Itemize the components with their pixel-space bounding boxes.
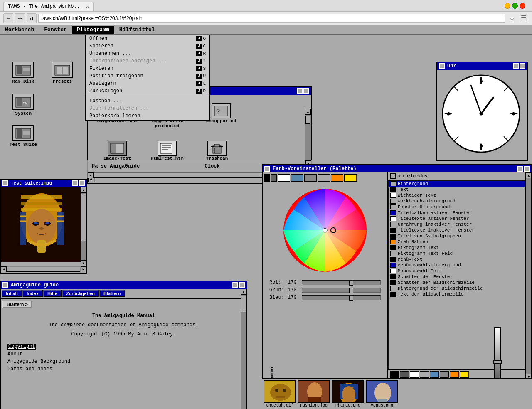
ag-link-paths-text[interactable]: Paths and Nodes <box>7 366 52 372</box>
mode-indicator[interactable] <box>390 173 396 179</box>
clock-depth-btn[interactable] <box>513 63 519 69</box>
btm-swatch-blue[interactable] <box>430 371 439 378</box>
palette-titlebar[interactable]: Farb-Voreinsteller (Palette) <box>263 165 531 172</box>
ag-close-btn[interactable] <box>2 282 8 288</box>
close-btn[interactable] <box>520 3 525 9</box>
minimize-btn[interactable] <box>505 3 510 9</box>
color-schatten-bildschirm[interactable]: Schatten der Bildschirmzeile <box>389 280 525 286</box>
ag-inhalt-btn[interactable]: Inhalt <box>2 290 22 297</box>
color-titel-symbol[interactable]: Titel von Symbolgruppen <box>389 233 525 239</box>
ag-blaettern-nav-btn[interactable]: Blättern > <box>2 301 32 308</box>
menu-workbench[interactable]: Workbench <box>0 26 39 34</box>
desktop-icon-testsuite[interactable]: Test Suite <box>7 125 40 147</box>
tab-close-icon[interactable]: ✕ <box>86 4 89 10</box>
ag-titlebar[interactable]: Amigaguide.guide <box>1 281 246 289</box>
desktop-icon-ramdisk[interactable]: Ram Disk <box>7 62 40 84</box>
color-menu-text[interactable]: Menü-Text <box>389 256 525 262</box>
menu-item-loeschen[interactable]: Löschen ... <box>86 97 209 105</box>
ts-scroll-down[interactable]: ▼ <box>81 260 86 266</box>
fm-scroll-up[interactable]: ▲ <box>305 109 311 115</box>
ag-depth-btn[interactable] <box>232 282 238 288</box>
menu-item-position[interactable]: Position freigeben A U <box>86 72 209 80</box>
clock-zoom-btn[interactable] <box>520 63 525 69</box>
swatch-black[interactable] <box>264 174 270 182</box>
ts-zoom-btn[interactable] <box>79 180 85 186</box>
swatch-gray[interactable] <box>304 174 317 182</box>
fm-scroll-thumb[interactable] <box>305 116 310 124</box>
ag-link-about[interactable]: About <box>7 351 240 357</box>
ag-link-about-text[interactable]: About <box>7 351 22 357</box>
color-wb-hintergrund[interactable]: Workbench-Hintergrund <box>389 198 525 204</box>
file-trashcan[interactable]: Trashcan <box>196 141 238 161</box>
clock-titlebar[interactable]: Uhr <box>437 62 527 70</box>
menu-item-fixieren[interactable]: Fixieren A S <box>86 65 209 72</box>
color-text[interactable]: Text <box>389 187 525 192</box>
testsuite-titlebar[interactable]: Test Suite:Imag <box>1 180 86 187</box>
swatch-yellow[interactable] <box>344 174 357 182</box>
palette-scroll-up[interactable]: ▲ <box>526 172 532 178</box>
ag-hilfe-btn[interactable]: Hilfe <box>43 290 62 297</box>
lightness-thumb[interactable] <box>493 360 502 364</box>
ts-hscroll-thumb[interactable] <box>7 267 80 272</box>
desktop-icon-system[interactable]: WB System <box>7 94 40 116</box>
color-titeltexte-aktiv[interactable]: Titeltexte aktiver Fenster <box>389 216 525 222</box>
ag-scroll-up[interactable]: ▲ <box>241 289 246 295</box>
palette-zoom-btn[interactable] <box>524 166 530 172</box>
color-zieh-rahmen[interactable]: Zieh-Rahmen <box>389 239 525 245</box>
ag-scroll-thumb[interactable] <box>241 296 246 312</box>
ag-link-background[interactable]: Amigaguide Background <box>7 359 240 365</box>
reload-button[interactable]: ↺ <box>27 13 37 23</box>
swatch-dgray[interactable] <box>271 174 277 182</box>
file-htmltest[interactable]: HtmlTest.htm <box>146 141 188 161</box>
ts-scroll-thumb[interactable] <box>81 194 86 241</box>
color-text-bildschirm[interactable]: Text der Bildschirmzeile <box>389 291 525 297</box>
color-titelbalken[interactable]: Titelbalken aktiver Fenster <box>389 210 525 216</box>
ts-scroll-left[interactable]: ◄ <box>1 266 7 272</box>
desktop-icon-presets[interactable]: Presets <box>46 62 79 84</box>
bookmark-icon[interactable]: ☆ <box>507 13 517 23</box>
menu-icon[interactable]: ☰ <box>519 13 529 23</box>
blau-thumb[interactable] <box>349 296 353 301</box>
ag-zurueck-btn[interactable]: Zurückgehen <box>62 290 99 297</box>
ag-index-btn[interactable]: Index <box>22 290 43 297</box>
color-umrahmung[interactable]: Umrahmung inaktiver Fenster <box>389 222 525 227</box>
ag-link-paths[interactable]: Paths and Nodes <box>7 366 240 372</box>
menu-item-auslagern[interactable]: Auslagern A L <box>86 80 209 87</box>
menu-hilfsmittel[interactable]: Hilfsmittel <box>114 26 160 34</box>
menu-item-oeffnen[interactable]: Öffnen A O <box>86 35 209 42</box>
gruen-thumb[interactable] <box>349 288 353 293</box>
back-button[interactable]: ← <box>3 13 13 23</box>
palette-depth-btn[interactable] <box>517 166 523 172</box>
ag-blaettern-btn[interactable]: Blättern <box>99 290 125 297</box>
ag-zoom-btn[interactable] <box>239 282 245 288</box>
thumbnail-pharao[interactable]: Pharao.png <box>332 380 364 408</box>
color-wheel-svg[interactable] <box>281 187 369 274</box>
color-pikt-text[interactable]: Piktogramm-Text <box>389 245 525 251</box>
swatch-white[interactable] <box>278 174 290 182</box>
btm-swatch-yellow[interactable] <box>460 371 469 378</box>
menu-piktogramm[interactable]: Piktogramm <box>72 26 114 34</box>
ag-link-copyright[interactable]: Copyright <box>7 344 240 350</box>
color-menu-auswahl-text[interactable]: Menüauswahl-Text <box>389 268 525 274</box>
palette-close-btn[interactable] <box>264 166 270 172</box>
color-fenster-hintergrund[interactable]: Fenster-Hintergrund <box>389 204 525 210</box>
ts-scroll-right[interactable]: ► <box>81 266 86 272</box>
menu-fenster[interactable]: Fenster <box>39 26 72 34</box>
menu-item-zuruecklegen[interactable]: Zurücklegen A P <box>86 87 209 95</box>
fm-depth-btn[interactable] <box>297 88 303 94</box>
ts-close-btn[interactable] <box>2 180 8 186</box>
btm-swatch-orange[interactable] <box>450 371 459 378</box>
menu-item-umbenennen[interactable]: Umbenennen ... A R <box>86 50 209 57</box>
color-hintergrund[interactable]: Hintergrund <box>389 181 525 187</box>
thumbnail-cheetah[interactable]: Cheetah.gif <box>264 380 296 408</box>
gruen-track[interactable] <box>302 288 381 293</box>
fm-zoom-btn[interactable] <box>303 88 309 94</box>
btm-swatch-white[interactable] <box>410 371 419 378</box>
color-wichtiger-text[interactable]: Wichtiger Text <box>389 192 525 198</box>
color-list[interactable]: Hintergrund Text Wichtiger Text Workbenc… <box>388 180 525 369</box>
color-pikt-feld[interactable]: Piktogramm-Text-Feld <box>389 251 525 256</box>
thumbnail-fashion[interactable]: Fashion.jpg <box>298 380 330 408</box>
thumbnail-venus[interactable]: Venus.png <box>366 380 398 408</box>
upper-scroll-left[interactable]: ◄ <box>88 172 94 178</box>
address-bar[interactable] <box>38 14 505 23</box>
